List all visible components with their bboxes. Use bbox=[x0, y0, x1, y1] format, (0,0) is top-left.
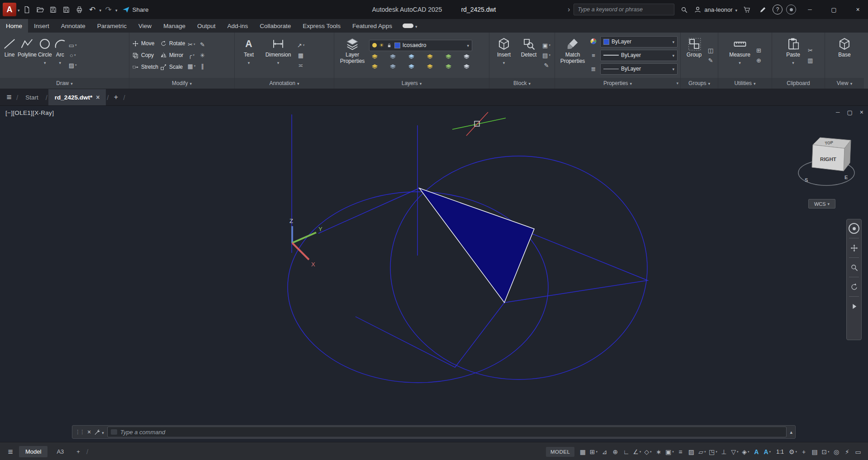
layer-match-button[interactable] bbox=[462, 53, 471, 61]
parametric-tab[interactable]: Parametric bbox=[91, 19, 133, 33]
layer-lock-button[interactable] bbox=[425, 53, 434, 61]
commandline-grip[interactable] bbox=[75, 429, 84, 435]
app-menu-arrow-icon[interactable] bbox=[18, 7, 20, 13]
line-button[interactable]: Line bbox=[3, 34, 16, 76]
wcs-button[interactable]: WCS bbox=[808, 199, 835, 209]
create-block-button[interactable]: ▣ bbox=[542, 41, 551, 49]
showmotion-button[interactable] bbox=[849, 301, 859, 312]
ucs-icon[interactable]: Z Y X bbox=[289, 218, 323, 268]
linetype-select[interactable]: ByLayer bbox=[600, 63, 678, 75]
file-tabs-menu-icon[interactable] bbox=[3, 91, 15, 104]
block-editor-button[interactable]: ✎ bbox=[542, 61, 551, 69]
dynamic-input-button[interactable]: ⊕ bbox=[610, 446, 621, 457]
infer-constraints-button[interactable]: ⊿ bbox=[599, 446, 610, 457]
clean-screen-button[interactable]: ▭ bbox=[853, 446, 863, 457]
icosahedron-face[interactable] bbox=[419, 188, 534, 303]
annotate-tab[interactable]: Annotate bbox=[55, 19, 91, 33]
output-tab[interactable]: Output bbox=[191, 19, 222, 33]
dynamic-ucs-button[interactable]: ⊥ bbox=[718, 446, 729, 457]
annotation-panel-label[interactable]: Annotation bbox=[235, 78, 334, 89]
leader-button[interactable]: ↗ bbox=[296, 41, 305, 49]
command-input[interactable]: Type a command bbox=[107, 427, 787, 437]
recent-commands-icon[interactable] bbox=[111, 429, 117, 435]
object-color-select[interactable]: ByLayer bbox=[600, 36, 678, 47]
viewport-restore-icon[interactable] bbox=[847, 109, 853, 116]
status-menu-icon[interactable] bbox=[5, 446, 16, 458]
object-snap-3d-button[interactable]: ◳ bbox=[707, 446, 718, 457]
view-tab[interactable]: View bbox=[133, 19, 157, 33]
trim-button[interactable]: ✂ bbox=[187, 40, 196, 48]
stretch-button[interactable]: Stretch bbox=[132, 62, 158, 71]
model-space-button[interactable]: MODEL bbox=[546, 447, 574, 457]
help-button[interactable]: ? bbox=[773, 5, 783, 14]
snap-mode-button[interactable]: ⊞ bbox=[588, 446, 599, 457]
copy-clip-button[interactable]: ▥ bbox=[806, 56, 815, 64]
navigation-wheel-button[interactable] bbox=[849, 223, 859, 234]
rotate-button[interactable]: Rotate bbox=[160, 39, 185, 48]
polyline-button[interactable]: Polyline bbox=[18, 34, 37, 76]
close-button[interactable] bbox=[848, 0, 868, 19]
viewport-controls-label[interactable]: [−][OLE1][X-Ray] bbox=[5, 109, 54, 116]
open-button[interactable] bbox=[34, 4, 46, 16]
ungroup-button[interactable]: ◫ bbox=[706, 46, 715, 54]
text-button[interactable]: Text bbox=[237, 34, 260, 76]
document-tab[interactable]: rd_2425.dwt* bbox=[48, 89, 106, 105]
isometric-drafting-button[interactable]: ◇ bbox=[642, 446, 653, 457]
commandline-customize-button[interactable] bbox=[94, 429, 104, 436]
share-button[interactable]: Share bbox=[122, 6, 149, 14]
model-tab[interactable]: Model bbox=[19, 446, 47, 457]
offset-button[interactable]: ∥ bbox=[198, 62, 207, 70]
view-panel-label[interactable]: View bbox=[825, 78, 864, 89]
autodesk-access-icon[interactable] bbox=[757, 4, 769, 16]
transparency-button[interactable]: ▨ bbox=[686, 446, 697, 457]
viewcube-south-label[interactable]: S bbox=[805, 177, 808, 183]
maximize-button[interactable] bbox=[824, 0, 844, 19]
autoscale-button[interactable]: A bbox=[762, 446, 773, 457]
layer-off-button[interactable] bbox=[370, 53, 379, 61]
search-input[interactable]: Type a keyword or phrase bbox=[574, 4, 674, 15]
insert-button[interactable]: Insert bbox=[492, 34, 516, 76]
insert-tab[interactable]: Insert bbox=[28, 19, 55, 33]
ellipse-button[interactable]: ○ bbox=[68, 51, 77, 59]
block-panel-label[interactable]: Block bbox=[489, 78, 555, 89]
close-tab-icon[interactable] bbox=[96, 94, 100, 101]
annotation-visibility-button[interactable]: A bbox=[751, 446, 762, 457]
paste-button[interactable]: Paste bbox=[782, 34, 805, 76]
arc-button[interactable]: Arc bbox=[53, 34, 67, 76]
circle-button[interactable]: Circle bbox=[38, 34, 52, 76]
ortho-mode-button[interactable]: ∟ bbox=[621, 446, 631, 457]
graphics-performance-button[interactable]: ⚡ bbox=[842, 446, 853, 457]
base-button[interactable]: Base bbox=[833, 34, 856, 76]
cut-button[interactable]: ✂ bbox=[806, 46, 815, 54]
add-ins-tab[interactable]: Add-ins bbox=[221, 19, 254, 33]
layer-unlock-button[interactable] bbox=[425, 63, 434, 71]
zoom-button[interactable] bbox=[849, 262, 859, 273]
express-tools-tab[interactable]: Express Tools bbox=[297, 19, 346, 33]
pan-button[interactable] bbox=[849, 242, 859, 253]
search-expand-icon[interactable] bbox=[568, 5, 570, 14]
layers-panel-label[interactable]: Layers bbox=[334, 78, 489, 89]
mirror-button[interactable]: Mirror bbox=[160, 51, 185, 60]
object-snap-tracking-button[interactable]: ∗ bbox=[653, 446, 664, 457]
detect-button[interactable]: Detect bbox=[517, 34, 541, 76]
layer-unisolate-button[interactable] bbox=[389, 63, 398, 71]
dimension-style-button[interactable]: ≍ bbox=[296, 61, 305, 69]
home-tab[interactable]: Home bbox=[0, 19, 28, 33]
new-drawing-button[interactable] bbox=[21, 4, 33, 16]
utilities-panel-label[interactable]: Utilities bbox=[718, 78, 772, 89]
quick-calculator-button[interactable]: ⊞ bbox=[754, 46, 764, 54]
featured-apps-tab[interactable]: Featured Apps bbox=[346, 19, 398, 33]
viewport-minimize-icon[interactable] bbox=[836, 109, 840, 116]
fillet-button[interactable]: ╭ bbox=[187, 51, 196, 59]
command-history-icon[interactable] bbox=[790, 429, 792, 435]
search-icon[interactable] bbox=[678, 4, 690, 16]
scale-button[interactable]: Scale bbox=[160, 62, 185, 71]
redo-button[interactable] bbox=[102, 4, 114, 16]
new-tab-button[interactable] bbox=[110, 91, 123, 104]
manage-tab[interactable]: Manage bbox=[157, 19, 191, 33]
match-properties-button[interactable]: Match Properties bbox=[558, 34, 588, 76]
hatch-button[interactable]: ▨ bbox=[68, 61, 77, 69]
layer-isolate-button[interactable] bbox=[389, 53, 398, 61]
grid-display-button[interactable]: ▦ bbox=[577, 446, 588, 457]
collaborate-tab[interactable]: Collaborate bbox=[254, 19, 297, 33]
